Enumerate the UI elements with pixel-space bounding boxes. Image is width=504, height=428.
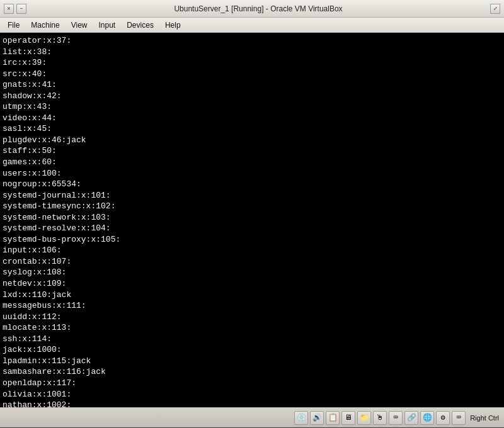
terminal-line: mlocate:x:113:: [3, 322, 501, 334]
terminal-line: games:x:60:: [3, 157, 501, 168]
terminal-line: shadow:x:42:: [3, 91, 501, 102]
terminal-line: uuidd:x:112:: [3, 312, 501, 323]
status-icon-keyboard[interactable]: ⌨: [452, 411, 466, 425]
status-icon-3[interactable]: 📋: [326, 411, 340, 425]
menu-view[interactable]: View: [66, 20, 93, 31]
terminal-line: syslog:x:108:: [3, 267, 501, 278]
terminal-line: gnats:x:41:: [3, 79, 501, 91]
terminal-line: lxd:x:110:jack: [3, 290, 501, 301]
terminal-line: nathan:x:1002:: [3, 400, 501, 407]
title-bar-controls: ✕ –: [4, 4, 26, 14]
menu-machine[interactable]: Machine: [26, 20, 64, 31]
menu-bar: File Machine View Input Devices Help: [0, 18, 504, 33]
terminal-line: netdev:x:109:: [3, 278, 501, 290]
terminal-line: messagebus:x:111:: [3, 300, 501, 312]
terminal-line: olivia:x:1001:: [3, 389, 501, 400]
menu-input[interactable]: Input: [94, 20, 121, 31]
terminal-line: src:x:40:: [3, 69, 501, 80]
terminal-line: nogroup:x:65534:: [3, 179, 501, 190]
terminal-line: systemd-bus-proxy:x:105:: [3, 234, 501, 245]
terminal-line: input:x:106:: [3, 245, 501, 256]
terminal-line: users:x:100:: [3, 168, 501, 179]
terminal-line: systemd-network:x:103:: [3, 212, 501, 223]
terminal-line: video:x:44:: [3, 113, 501, 124]
terminal-line: sasl:x:45:: [3, 123, 501, 135]
terminal-line: list:x:38:: [3, 47, 501, 58]
close-button[interactable]: ✕: [4, 4, 14, 14]
title-bar: ✕ – UbuntuServer_1 [Running] - Oracle VM…: [0, 0, 504, 18]
terminal-line: utmp:x:43:: [3, 101, 501, 113]
status-icon-4[interactable]: 🖥: [341, 411, 355, 425]
status-icon-5[interactable]: 📁: [357, 411, 371, 425]
status-icon-7[interactable]: ⌨: [389, 411, 403, 425]
status-icon-6[interactable]: 🖱: [373, 411, 387, 425]
status-icon-1[interactable]: 💿: [294, 411, 308, 425]
terminal-line: openldap:x:117:: [3, 378, 501, 389]
terminal-line: jack:x:1000:: [3, 344, 501, 356]
status-icon-10[interactable]: ⚙: [436, 411, 450, 425]
terminal-line: plugdev:x:46:jack: [3, 135, 501, 146]
status-icon-9[interactable]: 🌐: [420, 411, 434, 425]
menu-devices[interactable]: Devices: [122, 20, 159, 31]
minimize-button[interactable]: –: [16, 4, 26, 14]
right-ctrl-label: Right Ctrl: [470, 414, 499, 422]
terminal-output[interactable]: operator:x:37:list:x:38:irc:x:39:src:x:4…: [0, 33, 504, 407]
menu-help[interactable]: Help: [160, 20, 186, 31]
terminal-line: operator:x:37:: [3, 35, 501, 47]
status-bar: 💿 🔊 📋 🖥 📁 🖱 ⌨ 🔗 🌐 ⚙ ⌨ Right Ctrl: [0, 407, 504, 427]
resize-button[interactable]: ⤢: [490, 4, 500, 14]
terminal-line: staff:x:50:: [3, 145, 501, 157]
title-bar-right: ⤢: [490, 4, 500, 14]
terminal-line: lpadmin:x:115:jack: [3, 356, 501, 367]
terminal-line: systemd-resolve:x:104:: [3, 223, 501, 234]
terminal-line: sambashare:x:116:jack: [3, 366, 501, 378]
menu-file[interactable]: File: [3, 20, 25, 31]
terminal-line: systemd-timesync:x:102:: [3, 201, 501, 212]
terminal-line: crontab:x:107:: [3, 256, 501, 268]
window-title: UbuntuServer_1 [Running] - Oracle VM Vir…: [174, 4, 342, 13]
status-icon-8[interactable]: 🔗: [404, 411, 418, 425]
terminal-line: ssh:x:114:: [3, 334, 501, 345]
terminal-line: irc:x:39:: [3, 57, 501, 69]
terminal-line: systemd-journal:x:101:: [3, 190, 501, 201]
status-icon-2[interactable]: 🔊: [310, 411, 324, 425]
